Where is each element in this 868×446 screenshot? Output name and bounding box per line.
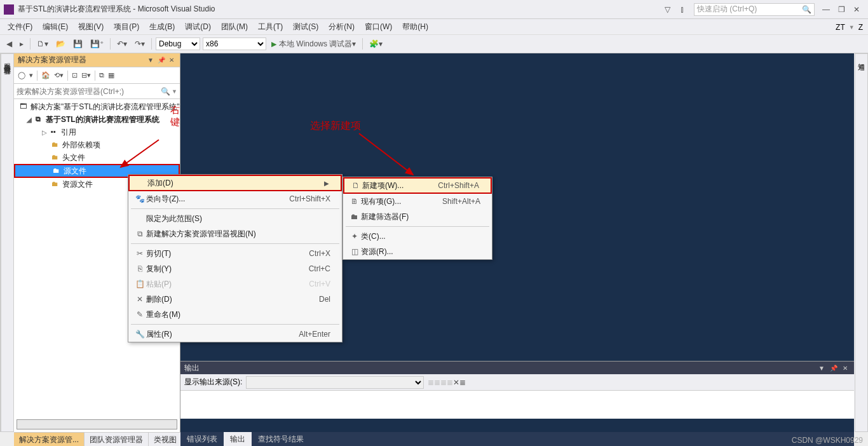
submenu-class[interactable]: ✦类(C)...: [343, 229, 492, 244]
minimize-button[interactable]: —: [820, 5, 832, 14]
submenu-new-item[interactable]: 🗋新建项(W)...Ctrl+Shift+A: [343, 177, 492, 194]
tab-output[interactable]: 输出: [224, 432, 252, 446]
left-rail: 服务器资源管理器 工具箱: [0, 53, 14, 432]
menu-copy[interactable]: ⎘复制(Y)Ctrl+C: [128, 261, 342, 276]
existing-item-icon: 🗎: [348, 197, 361, 206]
menu-new-view[interactable]: ⧉新建解决方案资源管理器视图(N): [128, 226, 342, 241]
class-icon: ✦: [348, 232, 361, 241]
output-close-icon[interactable]: ✕: [840, 365, 850, 372]
redo-button[interactable]: ↷▾: [132, 38, 147, 50]
menu-build[interactable]: 生成(B): [144, 20, 180, 34]
solution-search-input[interactable]: [17, 87, 161, 96]
menu-properties[interactable]: 🔧属性(R)Alt+Enter: [128, 327, 342, 342]
nav-fwd-button[interactable]: ▸: [17, 38, 26, 50]
menu-tools[interactable]: 工具(T): [253, 20, 288, 34]
nav-back-button[interactable]: ◀: [4, 38, 15, 50]
folder-icon: 🖿: [50, 153, 60, 162]
project-node[interactable]: ◢ ⧉ 基于STL的演讲比赛流程管理系统: [14, 113, 180, 126]
submenu-resource[interactable]: ◫资源(R)...: [343, 244, 492, 259]
solution-toolbar: ◯ ▾ 🏠 ⟲▾ ⊡ ⊟▾ ⧉ ▦: [14, 67, 180, 84]
tab-team-explorer[interactable]: 团队资源管理器: [85, 432, 149, 446]
menu-add[interactable]: 添加(D)▶: [128, 175, 342, 191]
home-icon[interactable]: 🏠: [39, 70, 52, 81]
menu-help[interactable]: 帮助(H): [397, 20, 433, 34]
output-source-select[interactable]: [246, 376, 424, 389]
output-body[interactable]: [180, 391, 854, 419]
collapse-icon[interactable]: ⊡: [70, 70, 79, 81]
horizontal-scrollbar[interactable]: [17, 419, 177, 429]
tab-find-symbol[interactable]: 查找符号结果: [252, 432, 310, 446]
menu-scope[interactable]: 限定为此范围(S): [128, 211, 342, 226]
start-debug-button[interactable]: ▶本地 Windows 调试器 ▾: [269, 37, 358, 51]
menu-view[interactable]: 视图(V): [73, 20, 109, 34]
wrench-icon: 🔧: [133, 330, 146, 339]
tab-error-list[interactable]: 错误列表: [180, 432, 224, 446]
close-button[interactable]: ✕: [850, 5, 863, 14]
config-select[interactable]: Debug: [156, 37, 200, 50]
show-all-icon[interactable]: ⊟▾: [79, 70, 93, 81]
new-project-button[interactable]: 🗋▾: [34, 38, 51, 50]
maximize-button[interactable]: ❐: [835, 5, 848, 14]
toolbox-tab[interactable]: 工具箱: [0, 53, 1, 432]
tab-solution-explorer[interactable]: 解决方案资源管...: [14, 432, 85, 446]
notifications-tab[interactable]: 通知: [855, 53, 868, 432]
submenu-existing-item[interactable]: 🗎现有项(G)...Shift+Alt+A: [343, 194, 492, 209]
sync-icon[interactable]: ⟲▾: [52, 70, 65, 81]
solution-node[interactable]: 🗔 解决方案"基于STL的演讲比赛流程管理系统": [14, 100, 180, 113]
quick-launch-input[interactable]: 快速启动 (Ctrl+Q) 🔍: [694, 3, 815, 16]
panel-close-icon[interactable]: ✕: [167, 57, 176, 64]
output-panel: 输出 ▼ 📌 ✕ 显示输出来源(S): ≣ ≣ ≣ ≣ ✕≣: [180, 361, 854, 418]
open-file-button[interactable]: 📂: [53, 38, 68, 50]
menu-window[interactable]: 窗口(W): [360, 20, 397, 34]
toolbar-extra-button[interactable]: 🧩▾: [367, 38, 385, 50]
output-toggle2-icon[interactable]: ≣: [440, 378, 447, 387]
fwd-icon[interactable]: ▾: [27, 70, 35, 81]
undo-button[interactable]: ↶▾: [114, 38, 130, 50]
back-icon[interactable]: ◯: [16, 70, 27, 81]
user-badge[interactable]: Z: [858, 23, 863, 32]
menu-rename[interactable]: ✎重命名(M): [128, 307, 342, 322]
save-all-button[interactable]: 💾⁺: [88, 38, 106, 50]
output-dropdown-icon[interactable]: ▼: [816, 365, 827, 372]
references-node[interactable]: ▷ ▪▪ 引用: [14, 126, 180, 139]
user-initials[interactable]: ZT: [836, 23, 845, 32]
project-icon: ⧉: [33, 115, 43, 124]
wizard-icon: 🐾: [133, 194, 146, 203]
menu-team[interactable]: 团队(M): [216, 20, 253, 34]
bottom-tabs-left: 解决方案资源管... 团队资源管理器 类视图: [14, 432, 182, 446]
menu-edit[interactable]: 编辑(E): [37, 20, 73, 34]
menu-test[interactable]: 测试(S): [288, 20, 323, 34]
menu-cut[interactable]: ✂剪切(T)Ctrl+X: [128, 246, 342, 261]
user-dropdown-icon[interactable]: ▼: [849, 24, 855, 30]
output-pin-icon[interactable]: 📌: [827, 365, 840, 372]
output-toolbar: 显示输出来源(S): ≣ ≣ ≣ ≣ ✕≣: [180, 374, 854, 391]
menu-file[interactable]: 文件(F): [3, 20, 37, 34]
menu-delete[interactable]: ✕删除(D)Del: [128, 292, 342, 307]
panel-pin-icon[interactable]: 📌: [156, 57, 167, 64]
expand-icon[interactable]: ▷: [41, 129, 48, 136]
notifications-icon[interactable]: ▽: [661, 5, 674, 14]
preview-icon[interactable]: ▦: [106, 70, 116, 81]
platform-select[interactable]: x86: [203, 37, 266, 50]
output-clear2-icon[interactable]: ✕≣: [453, 378, 466, 387]
properties-icon[interactable]: ⧉: [97, 70, 106, 81]
output-toggle1-icon[interactable]: ≣: [434, 378, 440, 387]
tab-class-view[interactable]: 类视图: [149, 432, 182, 446]
external-deps-node[interactable]: 🖿 外部依赖项: [14, 139, 180, 151]
server-explorer-tab[interactable]: 服务器资源管理器: [1, 53, 14, 432]
menu-project[interactable]: 项目(P): [109, 20, 144, 34]
collapse-icon[interactable]: ◢: [25, 116, 33, 123]
menu-class-wizard[interactable]: 🐾类向导(Z)...Ctrl+Shift+X: [128, 191, 342, 206]
output-wrap-icon[interactable]: ≣: [447, 378, 453, 387]
solution-search[interactable]: 🔍▼: [14, 84, 180, 99]
panel-dropdown-icon[interactable]: ▼: [146, 57, 156, 64]
save-button[interactable]: 💾: [71, 38, 85, 50]
new-view-icon: ⧉: [133, 229, 146, 238]
menu-analyze[interactable]: 分析(N): [323, 20, 360, 34]
headers-node[interactable]: 🖿 头文件: [14, 151, 180, 164]
new-item-icon: 🗋: [349, 181, 362, 190]
submenu-new-filter[interactable]: 🖿新建筛选器(F): [343, 209, 492, 224]
menu-debug[interactable]: 调试(D): [180, 20, 216, 34]
output-clear-icon[interactable]: ≣: [428, 378, 434, 387]
feedback-icon[interactable]: ⫿: [676, 5, 689, 14]
